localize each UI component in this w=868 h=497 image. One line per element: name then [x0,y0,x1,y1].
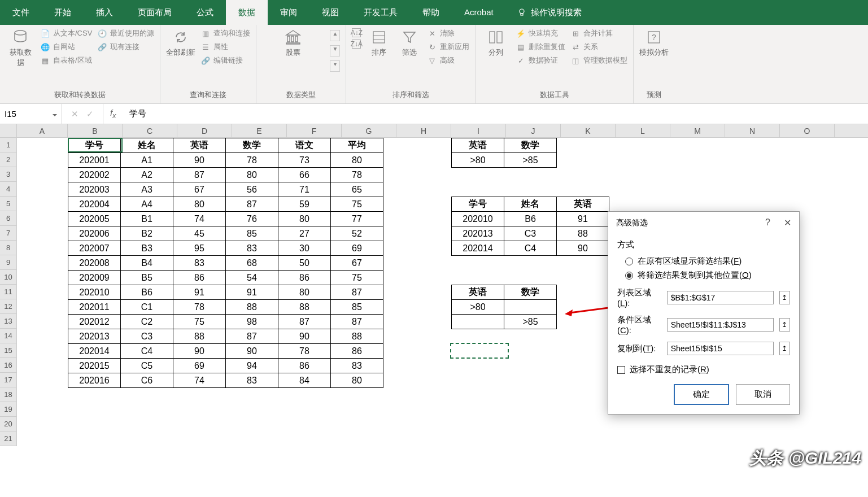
col-header[interactable]: I [451,124,506,137]
row-header[interactable]: 3 [0,167,17,182]
row-header[interactable]: 14 [0,329,17,343]
unique-records-checkbox[interactable]: 选择不重复的记录(R) [617,364,790,375]
criteria-range-input[interactable] [667,318,774,332]
row-header[interactable]: 13 [0,314,17,329]
row-header[interactable]: 1 [0,138,17,152]
close-icon[interactable]: ✕ [784,217,791,228]
datatype-up[interactable]: ▲ [330,30,340,41]
fx-icon[interactable]: fx [103,108,123,120]
select-all-corner[interactable] [0,124,17,137]
tab-data[interactable]: 数据 [226,0,268,25]
row-header[interactable]: 18 [0,387,17,402]
col-header[interactable]: D [177,124,232,137]
refresh-all-button[interactable]: 全部刷新 [166,28,195,58]
col-header[interactable]: A [17,124,68,137]
col-header[interactable]: G [342,124,396,137]
row-header[interactable]: 6 [0,211,17,226]
relationships[interactable]: ⇄关系 [571,42,627,52]
col-header[interactable]: O [780,124,835,137]
clear-filter[interactable]: ✕清除 [428,28,469,38]
stocks-datatype[interactable]: 股票 [262,28,324,58]
tab-formulas[interactable]: 公式 [184,0,226,25]
text-to-columns[interactable]: 分列 [481,28,511,58]
col-header[interactable]: M [670,124,725,137]
tab-view[interactable]: 视图 [309,0,351,25]
col-header[interactable]: F [287,124,342,137]
what-if-analysis[interactable]: ? 模拟分析 [639,28,669,58]
row-header[interactable]: 10 [0,270,17,285]
row-header[interactable]: 17 [0,373,17,387]
tab-insert[interactable]: 插入 [84,0,125,25]
accept-formula-icon[interactable]: ✓ [86,109,94,119]
sort-button[interactable]: 排序 [367,28,391,58]
sort-desc[interactable]: Z↓A [352,40,361,49]
row-header[interactable]: 9 [0,255,17,270]
range-picker-button[interactable]: ↥ [779,291,790,304]
ok-button[interactable]: 确定 [674,384,729,405]
tab-developer[interactable]: 开发工具 [351,0,410,25]
consolidate[interactable]: ⊞合并计算 [571,28,627,38]
range-picker-button[interactable]: ↥ [779,342,790,355]
radio-filter-inplace[interactable]: 在原有区域显示筛选结果(F) [625,256,790,267]
row-header[interactable]: 4 [0,182,17,197]
tab-acrobat[interactable]: Acrobat [452,0,506,25]
row-header[interactable]: 15 [0,343,17,358]
sort-asc[interactable]: A↓Z [352,28,361,37]
formula-input[interactable]: 学号 [123,104,868,124]
reapply-filter[interactable]: ↻重新应用 [428,42,469,52]
range-picker-button[interactable]: ↥ [779,318,790,332]
cancel-formula-icon[interactable]: ✕ [71,109,78,119]
result-table[interactable]: 学号姓名英语 202010B691 202013C388 202014C490 [451,197,609,256]
queries-connections[interactable]: ▥查询和连接 [201,28,250,38]
data-validation[interactable]: ✓数据验证 [516,55,565,66]
main-data-table[interactable]: 学号姓名英语数学语文平均 202001A190787380202002A2878… [68,138,383,388]
row-header[interactable]: 12 [0,299,17,314]
tell-me-search[interactable]: 操作说明搜索 [517,7,582,18]
row-header[interactable]: 5 [0,197,17,211]
edit-links[interactable]: 🔗编辑链接 [201,55,250,66]
tab-home[interactable]: 开始 [42,0,84,25]
col-header[interactable]: N [725,124,780,137]
help-icon[interactable]: ? [765,217,770,228]
radio-copy-to[interactable]: 将筛选结果复制到其他位置(O) [625,270,790,281]
copy-to-input[interactable] [667,342,774,355]
row-header[interactable]: 2 [0,152,17,167]
row-header[interactable]: 16 [0,358,17,373]
remove-duplicates[interactable]: ▤删除重复值 [516,42,565,52]
criteria-table-and[interactable]: 英语数学 >80>85 [451,138,557,168]
row-header[interactable]: 20 [0,417,17,431]
row-header[interactable]: 7 [0,226,17,241]
properties[interactable]: ☰属性 [201,42,250,52]
col-header[interactable]: B [68,124,123,137]
from-web[interactable]: 🌐自网站 [41,42,92,52]
row-header[interactable]: 11 [0,285,17,299]
filter-button[interactable]: 筛选 [397,28,422,58]
tab-review[interactable]: 审阅 [268,0,309,25]
list-range-input[interactable] [667,291,774,304]
col-header[interactable]: E [232,124,287,137]
manage-data-model[interactable]: ◫管理数据模型 [571,55,627,66]
advanced-filter[interactable]: ▽高级 [428,55,469,66]
datatype-more[interactable]: ▾ [330,60,340,72]
datatype-down[interactable]: ▼ [330,45,340,56]
name-box[interactable]: I15 [0,104,62,124]
criteria-table-or[interactable]: 英语数学 >80 >85 [451,285,557,329]
row-header[interactable]: 8 [0,241,17,255]
row-header[interactable]: 19 [0,402,17,417]
col-header[interactable]: H [396,124,451,137]
get-data-button[interactable]: 获取数 据 [6,28,35,68]
from-table-range[interactable]: ▦自表格/区域 [41,55,92,66]
from-text-csv[interactable]: 📄从文本/CSV [41,28,92,38]
existing-connections[interactable]: 🔗现有连接 [98,42,154,52]
flash-fill[interactable]: ⚡快速填充 [516,28,565,38]
row-header[interactable]: 21 [0,431,17,446]
tab-pagelayout[interactable]: 页面布局 [125,0,184,25]
col-header[interactable]: L [616,124,670,137]
cancel-button[interactable]: 取消 [736,384,790,405]
col-header[interactable]: J [506,124,561,137]
tab-file[interactable]: 文件 [0,0,42,25]
col-header[interactable]: K [561,124,616,137]
tab-help[interactable]: 帮助 [410,0,452,25]
recent-sources[interactable]: 🕘最近使用的源 [98,28,154,38]
col-header[interactable]: C [123,124,177,137]
